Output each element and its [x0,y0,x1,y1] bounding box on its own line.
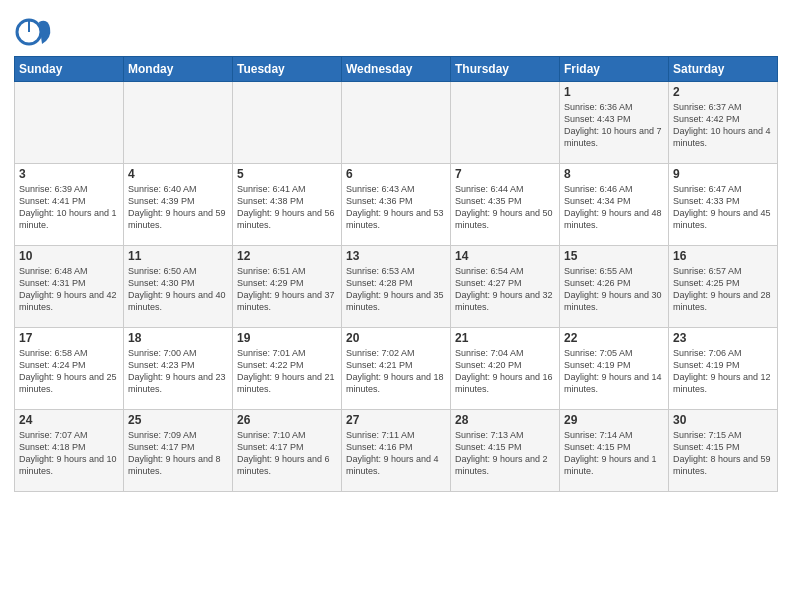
day-number: 3 [19,167,119,181]
day-number: 29 [564,413,664,427]
day-cell [15,82,124,164]
day-info: Sunrise: 6:36 AM Sunset: 4:43 PM Dayligh… [564,101,664,150]
day-number: 7 [455,167,555,181]
day-info: Sunrise: 7:05 AM Sunset: 4:19 PM Dayligh… [564,347,664,396]
week-row-2: 3Sunrise: 6:39 AM Sunset: 4:41 PM Daylig… [15,164,778,246]
day-info: Sunrise: 6:41 AM Sunset: 4:38 PM Dayligh… [237,183,337,232]
day-cell: 23Sunrise: 7:06 AM Sunset: 4:19 PM Dayli… [669,328,778,410]
day-number: 15 [564,249,664,263]
day-info: Sunrise: 7:15 AM Sunset: 4:15 PM Dayligh… [673,429,773,478]
col-header-monday: Monday [124,57,233,82]
day-cell: 10Sunrise: 6:48 AM Sunset: 4:31 PM Dayli… [15,246,124,328]
day-number: 2 [673,85,773,99]
day-number: 4 [128,167,228,181]
day-info: Sunrise: 6:58 AM Sunset: 4:24 PM Dayligh… [19,347,119,396]
day-number: 11 [128,249,228,263]
logo-icon [14,14,52,52]
day-number: 8 [564,167,664,181]
day-info: Sunrise: 7:10 AM Sunset: 4:17 PM Dayligh… [237,429,337,478]
day-cell: 16Sunrise: 6:57 AM Sunset: 4:25 PM Dayli… [669,246,778,328]
day-cell: 13Sunrise: 6:53 AM Sunset: 4:28 PM Dayli… [342,246,451,328]
day-number: 17 [19,331,119,345]
day-number: 25 [128,413,228,427]
day-info: Sunrise: 7:13 AM Sunset: 4:15 PM Dayligh… [455,429,555,478]
day-cell: 24Sunrise: 7:07 AM Sunset: 4:18 PM Dayli… [15,410,124,492]
day-cell: 14Sunrise: 6:54 AM Sunset: 4:27 PM Dayli… [451,246,560,328]
day-info: Sunrise: 6:40 AM Sunset: 4:39 PM Dayligh… [128,183,228,232]
day-info: Sunrise: 6:48 AM Sunset: 4:31 PM Dayligh… [19,265,119,314]
col-header-saturday: Saturday [669,57,778,82]
day-cell: 6Sunrise: 6:43 AM Sunset: 4:36 PM Daylig… [342,164,451,246]
day-cell [342,82,451,164]
col-header-thursday: Thursday [451,57,560,82]
day-number: 19 [237,331,337,345]
day-info: Sunrise: 6:43 AM Sunset: 4:36 PM Dayligh… [346,183,446,232]
day-number: 24 [19,413,119,427]
col-header-wednesday: Wednesday [342,57,451,82]
day-cell: 5Sunrise: 6:41 AM Sunset: 4:38 PM Daylig… [233,164,342,246]
day-info: Sunrise: 6:51 AM Sunset: 4:29 PM Dayligh… [237,265,337,314]
day-info: Sunrise: 6:53 AM Sunset: 4:28 PM Dayligh… [346,265,446,314]
day-number: 1 [564,85,664,99]
day-number: 16 [673,249,773,263]
day-cell: 27Sunrise: 7:11 AM Sunset: 4:16 PM Dayli… [342,410,451,492]
day-number: 14 [455,249,555,263]
day-number: 21 [455,331,555,345]
day-number: 22 [564,331,664,345]
day-cell: 11Sunrise: 6:50 AM Sunset: 4:30 PM Dayli… [124,246,233,328]
day-info: Sunrise: 6:54 AM Sunset: 4:27 PM Dayligh… [455,265,555,314]
day-cell: 4Sunrise: 6:40 AM Sunset: 4:39 PM Daylig… [124,164,233,246]
week-row-5: 24Sunrise: 7:07 AM Sunset: 4:18 PM Dayli… [15,410,778,492]
day-info: Sunrise: 6:44 AM Sunset: 4:35 PM Dayligh… [455,183,555,232]
day-number: 20 [346,331,446,345]
day-number: 12 [237,249,337,263]
day-cell: 3Sunrise: 6:39 AM Sunset: 4:41 PM Daylig… [15,164,124,246]
day-cell: 21Sunrise: 7:04 AM Sunset: 4:20 PM Dayli… [451,328,560,410]
day-info: Sunrise: 6:46 AM Sunset: 4:34 PM Dayligh… [564,183,664,232]
week-row-3: 10Sunrise: 6:48 AM Sunset: 4:31 PM Dayli… [15,246,778,328]
day-cell [233,82,342,164]
day-number: 26 [237,413,337,427]
day-info: Sunrise: 7:11 AM Sunset: 4:16 PM Dayligh… [346,429,446,478]
day-number: 9 [673,167,773,181]
day-number: 23 [673,331,773,345]
day-info: Sunrise: 7:01 AM Sunset: 4:22 PM Dayligh… [237,347,337,396]
header [14,10,778,52]
day-cell: 22Sunrise: 7:05 AM Sunset: 4:19 PM Dayli… [560,328,669,410]
day-cell: 19Sunrise: 7:01 AM Sunset: 4:22 PM Dayli… [233,328,342,410]
col-header-friday: Friday [560,57,669,82]
day-cell: 15Sunrise: 6:55 AM Sunset: 4:26 PM Dayli… [560,246,669,328]
day-info: Sunrise: 6:50 AM Sunset: 4:30 PM Dayligh… [128,265,228,314]
header-row: SundayMondayTuesdayWednesdayThursdayFrid… [15,57,778,82]
day-info: Sunrise: 7:07 AM Sunset: 4:18 PM Dayligh… [19,429,119,478]
day-number: 27 [346,413,446,427]
day-info: Sunrise: 6:37 AM Sunset: 4:42 PM Dayligh… [673,101,773,150]
day-info: Sunrise: 6:47 AM Sunset: 4:33 PM Dayligh… [673,183,773,232]
day-info: Sunrise: 7:00 AM Sunset: 4:23 PM Dayligh… [128,347,228,396]
day-cell: 20Sunrise: 7:02 AM Sunset: 4:21 PM Dayli… [342,328,451,410]
day-cell: 17Sunrise: 6:58 AM Sunset: 4:24 PM Dayli… [15,328,124,410]
day-cell: 26Sunrise: 7:10 AM Sunset: 4:17 PM Dayli… [233,410,342,492]
day-cell [451,82,560,164]
day-cell: 9Sunrise: 6:47 AM Sunset: 4:33 PM Daylig… [669,164,778,246]
day-info: Sunrise: 7:06 AM Sunset: 4:19 PM Dayligh… [673,347,773,396]
day-number: 5 [237,167,337,181]
day-cell: 18Sunrise: 7:00 AM Sunset: 4:23 PM Dayli… [124,328,233,410]
day-cell: 2Sunrise: 6:37 AM Sunset: 4:42 PM Daylig… [669,82,778,164]
week-row-4: 17Sunrise: 6:58 AM Sunset: 4:24 PM Dayli… [15,328,778,410]
day-number: 13 [346,249,446,263]
day-cell: 30Sunrise: 7:15 AM Sunset: 4:15 PM Dayli… [669,410,778,492]
day-info: Sunrise: 6:55 AM Sunset: 4:26 PM Dayligh… [564,265,664,314]
day-info: Sunrise: 7:02 AM Sunset: 4:21 PM Dayligh… [346,347,446,396]
day-number: 6 [346,167,446,181]
day-cell: 7Sunrise: 6:44 AM Sunset: 4:35 PM Daylig… [451,164,560,246]
day-info: Sunrise: 7:14 AM Sunset: 4:15 PM Dayligh… [564,429,664,478]
col-header-tuesday: Tuesday [233,57,342,82]
day-cell: 29Sunrise: 7:14 AM Sunset: 4:15 PM Dayli… [560,410,669,492]
day-cell: 25Sunrise: 7:09 AM Sunset: 4:17 PM Dayli… [124,410,233,492]
day-number: 28 [455,413,555,427]
day-number: 18 [128,331,228,345]
day-cell: 28Sunrise: 7:13 AM Sunset: 4:15 PM Dayli… [451,410,560,492]
day-number: 10 [19,249,119,263]
day-cell [124,82,233,164]
